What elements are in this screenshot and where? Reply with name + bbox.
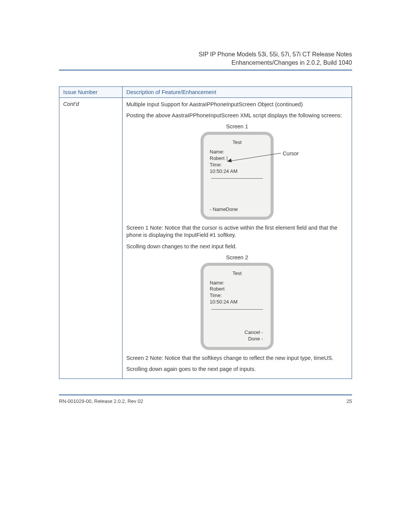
- footer-rule: [59, 395, 352, 395]
- para-posting: Posting the above AastraIPPhoneInputScre…: [126, 112, 348, 120]
- screen2-label: Screen 2: [126, 254, 348, 260]
- screen1-label: Screen 1: [126, 123, 348, 129]
- screen2-note: Screen 2 Note: Notice that the softkeys …: [126, 355, 348, 362]
- phone-1: Test Name: Robert Time: 10:50:24 AM - Na…: [201, 132, 274, 220]
- page-footer: RN-001029-00, Release 2.0.2, Rev 02 25: [59, 398, 352, 404]
- scolling-para: Scolling down changes to the next input …: [126, 243, 348, 251]
- header-rule: [59, 70, 352, 70]
- screen1-figure: Test Name: Robert Time: 10:50:24 AM - Na…: [126, 132, 348, 220]
- phone1-time-label: Time:: [210, 162, 264, 168]
- screen2-figure: Test Name: Robert Time: 10:50:24 AM Canc…: [126, 263, 348, 350]
- phone2-name-label: Name:: [210, 280, 264, 286]
- cell-issue-number: Cont'd: [59, 97, 123, 379]
- screen1-note: Screen 1 Note: Notice that the cursor is…: [126, 224, 348, 239]
- cell-description: Multiple Input Support for AastraIPPhone…: [123, 97, 352, 379]
- phone2-title: Test: [206, 270, 268, 276]
- th-issue-number: Issue Number: [59, 86, 123, 97]
- phone1-name-value: Robert: [210, 155, 264, 162]
- row-title: Multiple Input Support for AastraIPPhone…: [126, 101, 348, 109]
- phone2-name-value: Robert: [210, 286, 264, 292]
- page-header: SIP IP Phone Models 53i, 55i, 57i, 57i C…: [59, 50, 352, 67]
- phone2-softkey-done: Done -: [245, 336, 263, 342]
- feature-table: Issue Number Description of Feature/Enha…: [59, 86, 352, 379]
- phone2-softkey-cancel: Cancel -: [245, 329, 263, 336]
- last-para: Scrolling down again goes to the next pa…: [126, 366, 348, 373]
- phone1-name-label: Name:: [210, 149, 264, 155]
- phone2-divider: [211, 309, 263, 310]
- phone-2: Test Name: Robert Time: 10:50:24 AM Canc…: [201, 263, 274, 350]
- footer-page-number: 25: [347, 398, 352, 404]
- cursor-label: Cursor: [283, 150, 299, 157]
- header-title-2: Enhancements/Changes in 2.0.2, Build 104…: [59, 59, 352, 67]
- phone2-softkeys-right: Cancel - Done -: [245, 329, 263, 342]
- footer-left: RN-001029-00, Release 2.0.2, Rev 02: [59, 398, 143, 404]
- phone1-time-value: 10:50:24 AM: [210, 168, 264, 175]
- header-title-1: SIP IP Phone Models 53i, 55i, 57i, 57i C…: [59, 50, 352, 59]
- th-description: Description of Feature/Enhancement: [123, 86, 352, 97]
- phone1-title: Test: [206, 139, 268, 145]
- phone1-divider: [211, 178, 263, 179]
- text-cursor-icon: [227, 156, 227, 161]
- phone1-softkey-left: - NameDone: [210, 206, 238, 212]
- phone2-time-label: Time:: [210, 292, 264, 299]
- phone2-time-value: 10:50:24 AM: [210, 299, 264, 305]
